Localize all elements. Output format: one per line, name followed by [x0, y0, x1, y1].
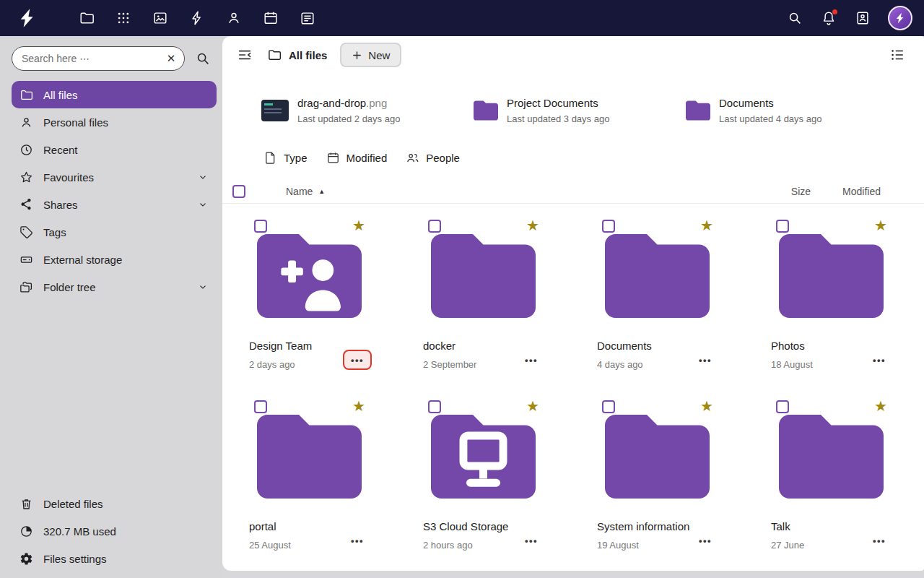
- actions-menu-button[interactable]: [343, 350, 372, 370]
- sidebar-item-deleted-files[interactable]: Deleted files: [12, 490, 217, 517]
- actions-menu-button[interactable]: [517, 530, 546, 551]
- chevron-down-icon[interactable]: [196, 198, 209, 211]
- sidebar: ✕ All files Personal files: [0, 36, 222, 578]
- column-size[interactable]: Size: [791, 186, 811, 197]
- sidebar-item-recent[interactable]: Recent: [12, 136, 217, 163]
- clear-search-icon[interactable]: ✕: [164, 51, 178, 66]
- breadcrumb[interactable]: All files: [267, 48, 327, 62]
- search-input[interactable]: [12, 46, 185, 71]
- sidebar-item-folder-tree[interactable]: Folder tree: [12, 273, 217, 301]
- recent-file-name: drag-and-drop: [297, 97, 366, 109]
- tasks-app-icon[interactable]: [299, 9, 316, 27]
- filter-type-button[interactable]: Type: [263, 151, 308, 165]
- sidebar-item-label: Files settings: [43, 553, 107, 565]
- recent-file-name: Project Documents: [507, 97, 609, 109]
- people-icon: [406, 151, 419, 165]
- actions-menu-button[interactable]: [517, 350, 546, 370]
- file-modified: 27 June: [771, 540, 804, 551]
- recommended-files: drag-and-drop.png Last updated 2 days ag…: [222, 74, 924, 127]
- trash-icon: [19, 496, 33, 511]
- new-button-label: New: [368, 49, 390, 61]
- sidebar-item-favourites[interactable]: Favourites: [12, 163, 217, 191]
- chevron-down-icon[interactable]: [196, 171, 209, 184]
- sidebar-item-label: Recent: [43, 144, 78, 156]
- file-name: S3 Cloud Storage: [423, 520, 508, 532]
- contacts-app-icon[interactable]: [225, 9, 243, 27]
- actions-menu-button[interactable]: [691, 530, 720, 551]
- new-button[interactable]: New: [340, 43, 401, 67]
- recent-file-card[interactable]: Documents Last updated 4 days ago: [686, 94, 898, 127]
- content-header: All files New: [222, 36, 924, 74]
- sidebar-item-shares[interactable]: Shares: [12, 191, 217, 218]
- collapse-sidebar-icon[interactable]: [232, 43, 257, 67]
- sidebar-item-files-settings[interactable]: Files settings: [12, 545, 217, 572]
- sort-ascending-icon: ▲: [318, 188, 325, 195]
- star-icon: [19, 170, 33, 184]
- column-modified[interactable]: Modified: [842, 186, 881, 197]
- person-icon: [19, 115, 33, 129]
- chevron-down-icon[interactable]: [196, 280, 209, 293]
- files-app-icon[interactable]: [78, 9, 95, 27]
- search-icon[interactable]: [786, 9, 803, 27]
- view-list-toggle-icon[interactable]: [885, 43, 910, 67]
- file-name: docker: [423, 340, 476, 352]
- sidebar-item-tags[interactable]: Tags: [12, 218, 217, 246]
- activity-app-icon[interactable]: [188, 9, 206, 27]
- calendar-app-icon[interactable]: [262, 9, 279, 27]
- folder-icon: [431, 231, 536, 321]
- actions-menu-button[interactable]: [865, 530, 894, 551]
- dashboard-app-icon[interactable]: [115, 9, 132, 27]
- search-submit-icon[interactable]: [195, 50, 212, 67]
- plus-icon: [352, 50, 362, 61]
- file-tile[interactable]: docker 2 September: [396, 215, 570, 389]
- topbar: [0, 0, 924, 36]
- column-name-sort[interactable]: Name ▲: [286, 186, 325, 197]
- sidebar-item-personal-files[interactable]: Personal files: [12, 108, 217, 136]
- file-modified: 19 August: [597, 540, 689, 551]
- file-tile[interactable]: System information 19 August: [570, 396, 744, 569]
- folder-icon: [779, 231, 884, 321]
- calendar-icon: [326, 151, 340, 165]
- file-name: Photos: [771, 340, 813, 352]
- select-all-checkbox[interactable]: [232, 185, 245, 198]
- sidebar-item-all-files[interactable]: All files: [12, 81, 217, 108]
- file-modified: 2 hours ago: [423, 540, 508, 551]
- file-tile[interactable]: Photos 18 August: [744, 215, 918, 389]
- sidebar-item-external-storage[interactable]: External storage: [12, 246, 217, 273]
- photos-app-icon[interactable]: [152, 9, 169, 27]
- recent-file-card[interactable]: Project Documents Last updated 3 days ag…: [474, 94, 686, 127]
- notifications-bell-icon[interactable]: [820, 9, 837, 27]
- file-tile[interactable]: S3 Cloud Storage 2 hours ago: [396, 396, 570, 569]
- contacts-menu-icon[interactable]: [854, 9, 871, 27]
- actions-menu-button[interactable]: [865, 350, 894, 370]
- recent-file-subtitle: Last updated 2 days ago: [297, 113, 400, 124]
- folder-icon: [686, 100, 710, 121]
- ellipsis-icon: [351, 535, 364, 546]
- user-avatar[interactable]: [888, 6, 912, 30]
- file-tile[interactable]: Talk 27 June: [744, 396, 918, 569]
- folder-icon: [779, 412, 884, 501]
- app-logo-icon[interactable]: [12, 4, 43, 33]
- quota-pie-icon: [19, 524, 33, 538]
- sidebar-item-quota[interactable]: 320.7 MB used: [12, 517, 217, 545]
- file-tile[interactable]: Design Team 2 days ago: [222, 215, 396, 389]
- filter-label: People: [426, 152, 460, 164]
- filter-modified-button[interactable]: Modified: [326, 151, 388, 165]
- ellipsis-icon: [873, 355, 886, 366]
- topbar-right: [786, 6, 912, 30]
- sidebar-item-label: Shares: [43, 199, 78, 211]
- filter-people-button[interactable]: People: [406, 151, 460, 165]
- folder-tree-icon: [19, 280, 33, 294]
- file-modified: 2 days ago: [249, 359, 312, 370]
- sidebar-item-label: Folder tree: [43, 281, 96, 293]
- actions-menu-button[interactable]: [343, 530, 372, 551]
- file-tile[interactable]: Documents 4 days ago: [570, 215, 744, 389]
- gear-icon: [19, 551, 33, 566]
- app-navigation: [78, 9, 316, 27]
- recent-file-card[interactable]: drag-and-drop.png Last updated 2 days ag…: [261, 94, 474, 127]
- file-tile[interactable]: portal 25 August: [222, 396, 396, 569]
- recent-file-ext: .png: [366, 97, 387, 109]
- share-icon: [19, 197, 33, 212]
- actions-menu-button[interactable]: [691, 350, 720, 370]
- sidebar-item-label: Personal files: [43, 116, 108, 129]
